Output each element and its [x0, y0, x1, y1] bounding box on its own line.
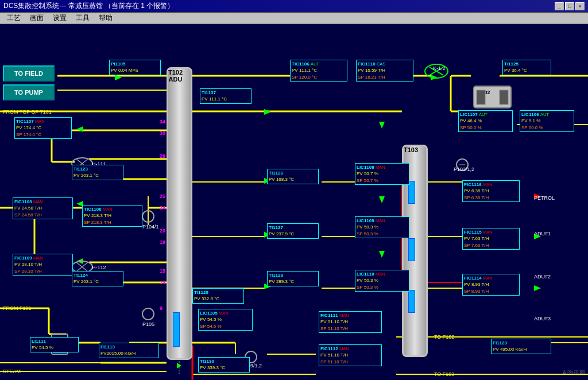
ti1124-name: TI1124 [74, 273, 88, 278]
lic1110-instrument[interactable]: LIC1110 MAN PV 50.3 % SP 50.3 % [355, 270, 409, 292]
fic1114-instrument[interactable]: FIC1114 MAN PV 8.93 T/H SP 8.93 T/H [462, 274, 520, 296]
pi1105-instrument[interactable]: PI1105 PV 0.04 MPa [109, 60, 161, 75]
menu-tools[interactable]: 工具 [71, 13, 94, 24]
fic1112-instrument[interactable]: FIC1112 MAN PV 51.10 T/H SP 51.10 T/H [319, 344, 382, 366]
pi1105-unit: MPa [129, 68, 138, 73]
svg-rect-95 [474, 86, 511, 108]
fic1110-sp: SP 16.21 T/H [358, 75, 385, 80]
ti1129-instrument[interactable]: TI1129 PV 332.8 °C [192, 288, 244, 304]
fic1115-pv: PV 7.63 T/H [464, 236, 489, 241]
fic1109-instrument[interactable]: FIC1109 MAN PV 28.10 T/H SP 28.10 T/H [13, 254, 73, 276]
fic1110-name: FIC1110 [358, 61, 377, 67]
ti1137-pv: PV 111.1 °C [202, 96, 227, 102]
ti1123-name: TI1123 [74, 166, 88, 172]
pi1105-name: PI1105 [111, 61, 125, 67]
tic1106-instrument[interactable]: TIC1106 AUT PV 111.1 °C SP 120.0 °C [290, 60, 347, 82]
lic1107-pv: PV 46.4 % [460, 118, 482, 123]
fic1110-pv: PV 16.59 T/H [358, 68, 385, 73]
fic1116-instrument[interactable]: FIC1116 MAN PV 6.38 T/H SP 6.38 T/H [462, 180, 520, 202]
ti1129-name: TI1129 [194, 290, 208, 295]
ti1124-pv: PV 263.1 °C [74, 279, 99, 284]
tic1107-sp: SP 174.4 °C [16, 132, 41, 137]
ti1128-name: TI1128 [269, 273, 283, 278]
fic1112-pv: PV 51.10 T/H [320, 352, 348, 358]
to-field-button[interactable]: TO FIELD [3, 65, 55, 82]
main-canvas: H-111 H-112 R102 TO FIELD TO P [0, 24, 588, 380]
tic1108-mode: MAN [103, 207, 113, 212]
fic1112-name: FIC1112 [320, 346, 339, 351]
fic1112-mode: MAN [339, 346, 349, 351]
tray-29: 29 [160, 153, 165, 159]
close-button[interactable]: × [575, 2, 585, 10]
fic1116-mode: MAN [483, 182, 493, 187]
ti1123-instrument[interactable]: TI1123 PV 203.1 °C [72, 165, 123, 180]
menu-screen[interactable]: 画面 [25, 13, 48, 24]
fic1114-mode: MAN [483, 276, 493, 281]
fic1108-instrument[interactable]: FIC1108 MAN PV 24.58 T/H SP 24.58 T/H [13, 197, 73, 219]
lic1108-sp: SP 50.7 % [357, 178, 378, 183]
fic1109-name: FIC1109 [14, 255, 33, 261]
lic1110-sp: SP 50.3 % [357, 285, 378, 290]
tray-25: 25 [160, 193, 165, 199]
lic1106-mode: AUT [540, 112, 549, 117]
lic1109-instrument[interactable]: LIC1109 MAN PV 50.3 % SP 50.3 % [355, 216, 409, 238]
svg-marker-61 [115, 75, 122, 80]
title-bar: DCS集散控制系统--- 常减压蒸馏 （当前存在 1 个报警） _ □ × [0, 0, 588, 13]
maximize-button[interactable]: □ [565, 2, 574, 10]
svg-text:H-112: H-112 [92, 265, 106, 270]
fic1111-instrument[interactable]: FIC1111 MAN PV 51.10 T/H SP 51.10 T/H [319, 311, 382, 333]
to-pump-button[interactable]: TO PUMP [3, 84, 55, 100]
lic1109-name: LIC1109 [357, 218, 376, 223]
lic1107-instrument[interactable]: LIC1107 AUT PV 46.4 % SP 50.0 % [458, 110, 513, 132]
petrol-label: PETROL [534, 195, 555, 201]
fic1110-instrument[interactable]: FIC1110 CAS PV 16.59 T/H SP 16.21 T/H [356, 60, 413, 82]
window-controls[interactable]: _ □ × [555, 2, 585, 10]
lic1105-sp: SP 54.5 % [200, 324, 222, 329]
fic1111-sp: SP 51.10 T/H [320, 326, 348, 331]
p103-label: P103/1,2 [454, 166, 474, 172]
li1111-instrument[interactable]: LI1111 PV 54.5 % [30, 337, 79, 352]
menu-settings[interactable]: 设置 [48, 13, 71, 24]
svg-rect-97 [477, 90, 485, 104]
lic1106-sp: SP 50.0 % [521, 125, 543, 130]
fic1111-mode: MAN [339, 313, 349, 318]
t103-level-bot [408, 290, 415, 313]
ti1137-name: TI1137 [202, 90, 216, 95]
fi1113-pv: PV2015.00 KG/H [100, 351, 136, 356]
lic1105-pv: PV 54.5 % [200, 317, 222, 322]
tic1107-instrument[interactable]: TIC1107 MAN PV 174.4 °C SP 174.4 °C [14, 117, 72, 139]
fic1111-pv: PV 51.10 T/H [320, 319, 348, 324]
ti1128-instrument[interactable]: TI1128 PV 289.3 °C [267, 271, 319, 286]
tic1108-sp: SP 218.3 T/H [84, 220, 111, 225]
tray-19: 19 [160, 239, 165, 245]
minimize-button[interactable]: _ [555, 2, 564, 10]
lic1109-pv: PV 50.3 % [357, 224, 378, 230]
tray-15: 15 [160, 268, 165, 274]
tic1106-mode: AUT [311, 61, 319, 67]
ti1127-instrument[interactable]: TI1127 PV 237.9 °C [267, 223, 319, 239]
svg-marker-73 [76, 258, 83, 264]
fi1120-name: FI1120 [493, 340, 507, 346]
lic1105-instrument[interactable]: LIC1105 MAN PV 54.5 % SP 54.5 % [198, 309, 253, 331]
lic1109-sp: SP 50.3 % [357, 231, 378, 236]
adu2-label: ADU#2 [534, 274, 551, 280]
ti1125-instrument[interactable]: TI1125 PV 36.4 °C [502, 60, 551, 75]
lic1108-instrument[interactable]: LIC1108 MAN PV 50.7 % SP 50.7 % [355, 163, 409, 185]
tic1108-instrument[interactable]: TIC1108 MAN PV 218.3 T/H SP 218.3 T/H [82, 205, 142, 227]
tray-24: 24 [160, 205, 165, 211]
ti1124-instrument[interactable]: TI1124 PV 263.1 °C [72, 271, 123, 286]
ti1130-instrument[interactable]: TI1130 PV 339.3 °C [198, 357, 250, 373]
tray-20: 20 [160, 228, 165, 234]
lic1106-instrument[interactable]: LIC1106 AUT PV 9.1 % SP 50.0 % [520, 110, 574, 132]
tray-30: 30 [160, 130, 165, 136]
fi1113-instrument[interactable]: FI1113 PV2015.00 KG/H [99, 343, 159, 358]
fic1108-sp: SP 24.58 T/H [14, 212, 42, 218]
ti1137-instrument[interactable]: TI1137 PV 111.1 °C [200, 88, 252, 104]
menu-help[interactable]: 帮助 [94, 13, 117, 24]
lic1106-pv: PV 9.1 % [521, 118, 540, 123]
ti1126-instrument[interactable]: TI1126 PV 168.3 °C [267, 169, 319, 184]
fi1113-name: FI1113 [100, 344, 115, 350]
fi1120-instrument[interactable]: FI1120 PV 495.00 KG/H [491, 339, 551, 354]
menu-process[interactable]: 工艺 [2, 13, 25, 24]
fic1115-instrument[interactable]: FIC1115 MAN PV 7.63 T/H SP 7.63 T/H [462, 228, 520, 250]
